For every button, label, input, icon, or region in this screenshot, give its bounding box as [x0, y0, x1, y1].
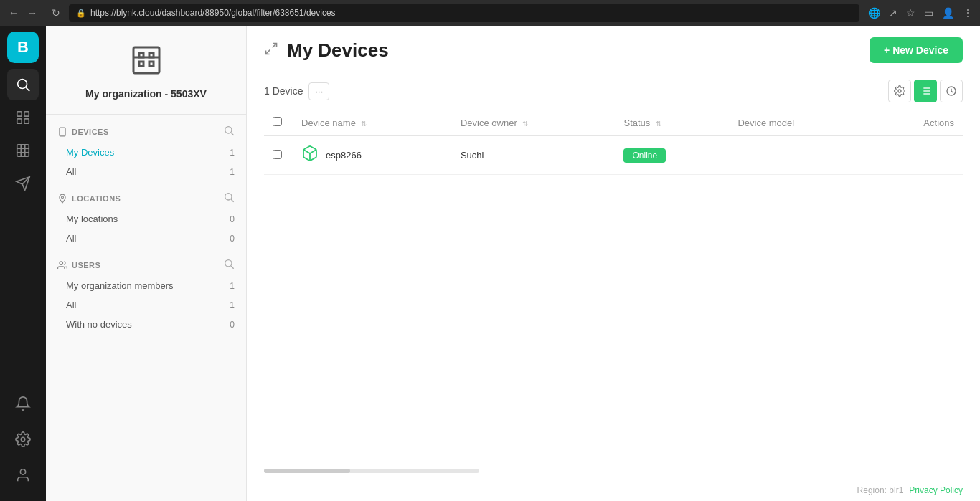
rail-settings[interactable] [7, 424, 39, 455]
device-status-cell: Online [615, 136, 729, 175]
devices-section: DEVICES My Devices 1 All 1 [46, 120, 246, 187]
col-device-owner: Device owner ⇅ [452, 110, 616, 136]
device-icon [301, 145, 319, 166]
all-users-count: 1 [230, 300, 235, 310]
locations-search-icon[interactable] [223, 191, 235, 205]
sidebar-my-devices[interactable]: My Devices 1 [46, 143, 246, 162]
svg-rect-2 [17, 112, 22, 116]
my-org-members-label: My organization members [66, 280, 174, 291]
table-row: esp8266 Suchi Online [264, 136, 963, 175]
all-users-label: All [66, 300, 76, 310]
svg-line-31 [273, 43, 277, 47]
sidebar-all-devices[interactable]: All 1 [46, 162, 246, 181]
sidebar-my-locations[interactable]: My locations 0 [46, 209, 246, 229]
settings-view-button[interactable] [888, 80, 911, 102]
device-owner-cell: Suchi [452, 136, 616, 175]
logo-button[interactable]: B [7, 32, 39, 63]
sidebar-all-users[interactable]: All 1 [46, 295, 246, 315]
col-status: Status ⇅ [615, 110, 729, 136]
my-devices-count: 1 [230, 148, 235, 158]
forward-button[interactable]: → [24, 6, 40, 20]
reload-button[interactable]: ↻ [47, 6, 65, 20]
org-header: My organization - 5503XV [46, 37, 246, 115]
rail-profile[interactable] [7, 459, 39, 491]
main-header: My Devices + New Device [247, 26, 980, 72]
page-title: My Devices [287, 39, 389, 62]
svg-rect-18 [139, 62, 143, 66]
window-icon[interactable]: ▭ [923, 6, 935, 20]
my-org-members-count: 1 [230, 281, 235, 291]
col-actions: Actions [871, 110, 963, 136]
svg-rect-4 [17, 119, 22, 123]
browser-bar: ← → ↻ 🔒 https://blynk.cloud/dashboard/88… [0, 0, 980, 26]
all-locations-label: All [66, 233, 76, 244]
devices-search-icon[interactable] [223, 125, 235, 138]
all-locations-count: 0 [230, 234, 235, 244]
address-bar: 🔒 https://blynk.cloud/dashboard/88950/gl… [69, 4, 859, 22]
profile-icon[interactable]: 👤 [941, 6, 956, 20]
devices-section-header: DEVICES [46, 120, 246, 143]
all-devices-count: 1 [230, 167, 235, 177]
svg-line-27 [231, 199, 234, 202]
new-device-button[interactable]: + New Device [870, 37, 963, 63]
my-devices-label: My Devices [66, 147, 114, 158]
bookmark-icon[interactable]: ☆ [905, 6, 917, 20]
svg-line-1 [26, 87, 29, 91]
org-icon [129, 43, 164, 84]
svg-line-32 [266, 49, 270, 54]
table-container: Device name ⇅ Device owner ⇅ Status ⇅ De… [247, 110, 980, 464]
scrollbar-thumb [264, 469, 350, 473]
my-locations-count: 0 [230, 214, 235, 224]
status-badge: Online [623, 148, 666, 163]
sidebar-my-org-members[interactable]: My organization members 1 [46, 276, 246, 295]
url-text: https://blynk.cloud/dashboard/88950/glob… [90, 8, 336, 18]
lock-icon: 🔒 [76, 9, 86, 18]
share-icon[interactable]: ↗ [887, 6, 899, 20]
row-checkbox[interactable] [273, 150, 282, 159]
device-actions-cell [871, 136, 963, 175]
rail-grid[interactable] [7, 102, 39, 133]
svg-point-23 [225, 127, 232, 133]
scrollbar-track[interactable] [264, 469, 479, 473]
col-device-model: Device model [729, 110, 871, 136]
table-toolbar: 1 Device ··· [247, 72, 980, 110]
toolbar-right [888, 80, 963, 102]
svg-point-26 [225, 194, 232, 200]
sidebar: My organization - 5503XV DEVICES My Devi… [46, 26, 247, 501]
rail-search[interactable] [7, 69, 39, 100]
history-view-button[interactable] [940, 80, 963, 102]
svg-point-13 [21, 437, 25, 442]
chrome-icon[interactable]: 🌐 [867, 6, 882, 20]
rail-alert[interactable] [7, 388, 39, 419]
locations-label: LOCATIONS [57, 194, 121, 204]
device-model-cell [729, 136, 871, 175]
list-view-button[interactable] [914, 80, 937, 102]
select-all-checkbox[interactable] [273, 117, 282, 126]
no-devices-label: With no devices [66, 319, 132, 330]
privacy-policy-link[interactable]: Privacy Policy [909, 485, 963, 495]
main-content: My Devices + New Device 1 Device ··· [247, 26, 980, 501]
no-devices-count: 0 [230, 320, 235, 330]
users-search-icon[interactable] [223, 258, 235, 272]
devices-label: DEVICES [57, 127, 109, 137]
footer: Region: blr1 Privacy Policy [247, 479, 980, 501]
rail-chart[interactable] [7, 135, 39, 166]
menu-icon[interactable]: ⋮ [961, 6, 974, 20]
svg-rect-19 [149, 62, 154, 66]
sidebar-all-locations[interactable]: All 0 [46, 229, 246, 248]
scrollbar-area [247, 464, 980, 479]
users-label: USERS [57, 260, 100, 270]
device-count-area: 1 Device ··· [264, 82, 329, 100]
icon-rail: B [0, 26, 46, 501]
sidebar-no-devices-users[interactable]: With no devices 0 [46, 315, 246, 334]
back-button[interactable]: ← [6, 6, 22, 20]
svg-rect-21 [60, 128, 65, 136]
svg-point-29 [225, 260, 232, 267]
devices-table: Device name ⇅ Device owner ⇅ Status ⇅ De… [264, 110, 963, 175]
rail-send[interactable] [7, 168, 39, 199]
col-device-name: Device name ⇅ [293, 110, 452, 136]
svg-rect-15 [133, 47, 159, 73]
expand-icon[interactable] [264, 42, 278, 59]
svg-point-33 [898, 90, 901, 92]
more-options-button[interactable]: ··· [308, 82, 329, 100]
